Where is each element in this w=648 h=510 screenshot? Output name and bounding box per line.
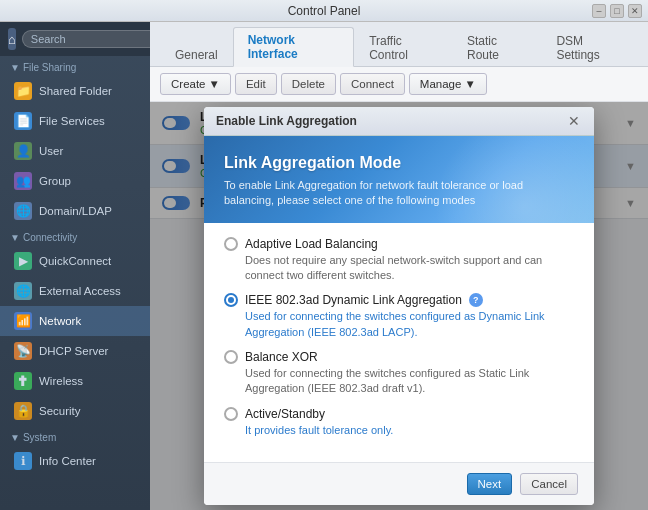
radio-option-xor: Balance XOR Used for connecting the swit…	[224, 350, 574, 397]
dialog-banner-title: Link Aggregation Mode	[224, 154, 574, 172]
overlay: Enable Link Aggregation ✕ Link Aggregati…	[150, 102, 648, 510]
next-button[interactable]: Next	[467, 473, 513, 495]
radio-label-adaptive[interactable]: Adaptive Load Balancing	[224, 237, 574, 251]
chevron-down-icon: ▼	[10, 432, 20, 443]
external-icon: 🌐	[14, 282, 32, 300]
radio-label-xor[interactable]: Balance XOR	[224, 350, 574, 364]
dialog-banner-desc: To enable Link Aggregation for network f…	[224, 178, 524, 209]
maximize-button[interactable]: □	[610, 4, 624, 18]
sidebar-item-domain-ldap[interactable]: 🌐 Domain/LDAP	[0, 196, 150, 226]
edit-button[interactable]: Edit	[235, 73, 277, 95]
titlebar: Control Panel – □ ✕	[0, 0, 648, 22]
chevron-down-icon: ▼	[10, 62, 20, 73]
dialog-footer: Next Cancel	[204, 462, 594, 505]
dialog-body: Adaptive Load Balancing Does not require…	[204, 223, 594, 463]
connect-button[interactable]: Connect	[340, 73, 405, 95]
sidebar-item-security[interactable]: 🔒 Security	[0, 396, 150, 426]
folder-icon: 📁	[14, 82, 32, 100]
sidebar-header: ⌂	[0, 22, 150, 56]
radio-option-ieee: IEEE 802.3ad Dynamic Link Aggregation ? …	[224, 293, 574, 340]
titlebar-controls: – □ ✕	[592, 4, 642, 18]
radio-option-standby: Active/Standby It provides fault toleran…	[224, 407, 574, 438]
tab-static-route[interactable]: Static Route	[452, 28, 541, 67]
dialog-banner: Link Aggregation Mode To enable Link Agg…	[204, 136, 594, 223]
radio-xor[interactable]	[224, 350, 238, 364]
sidebar-item-info-center[interactable]: ℹ Info Center	[0, 446, 150, 476]
delete-button[interactable]: Delete	[281, 73, 336, 95]
radio-desc-xor: Used for connecting the switches configu…	[245, 366, 574, 397]
section-file-sharing[interactable]: ▼ File Sharing	[0, 56, 150, 76]
dialog-close-button[interactable]: ✕	[566, 113, 582, 129]
dropdown-arrow-icon: ▼	[464, 78, 475, 90]
tab-general[interactable]: General	[160, 42, 233, 67]
info-icon: ℹ	[14, 452, 32, 470]
sidebar-item-shared-folder[interactable]: 📁 Shared Folder	[0, 76, 150, 106]
link-aggregation-dialog: Enable Link Aggregation ✕ Link Aggregati…	[204, 107, 594, 506]
tab-bar: General Network Interface Traffic Contro…	[150, 22, 648, 67]
tab-dsm-settings[interactable]: DSM Settings	[541, 28, 638, 67]
dhcp-icon: 📡	[14, 342, 32, 360]
manage-button[interactable]: Manage ▼	[409, 73, 487, 95]
domain-icon: 🌐	[14, 202, 32, 220]
quickconnect-icon: ▶	[14, 252, 32, 270]
network-icon: 📶	[14, 312, 32, 330]
sidebar-item-dhcp-server[interactable]: 📡 DHCP Server	[0, 336, 150, 366]
toolbar: Create ▼ Edit Delete Connect Manage ▼	[150, 67, 648, 102]
close-button[interactable]: ✕	[628, 4, 642, 18]
user-icon: 👤	[14, 142, 32, 160]
radio-adaptive[interactable]	[224, 237, 238, 251]
sidebar-item-quickconnect[interactable]: ▶ QuickConnect	[0, 246, 150, 276]
tab-network-interface[interactable]: Network Interface	[233, 27, 354, 67]
minimize-button[interactable]: –	[592, 4, 606, 18]
wireless-icon: 🕇	[14, 372, 32, 390]
sidebar-item-file-services[interactable]: 📄 File Services	[0, 106, 150, 136]
section-connectivity[interactable]: ▼ Connectivity	[0, 226, 150, 246]
dialog-titlebar: Enable Link Aggregation ✕	[204, 107, 594, 136]
sidebar: ⌂ ▼ File Sharing 📁 Shared Folder 📄 File …	[0, 22, 150, 510]
radio-ieee[interactable]	[224, 293, 238, 307]
radio-desc-ieee: Used for connecting the switches configu…	[245, 309, 574, 340]
dialog-title: Enable Link Aggregation	[216, 114, 357, 128]
sidebar-item-network[interactable]: 📶 Network	[0, 306, 150, 336]
group-icon: 👥	[14, 172, 32, 190]
create-button[interactable]: Create ▼	[160, 73, 231, 95]
radio-desc-standby: It provides fault tolerance only.	[245, 423, 574, 438]
sidebar-item-external-access[interactable]: 🌐 External Access	[0, 276, 150, 306]
security-icon: 🔒	[14, 402, 32, 420]
titlebar-title: Control Panel	[288, 4, 361, 18]
sidebar-item-wireless[interactable]: 🕇 Wireless	[0, 366, 150, 396]
content-area: General Network Interface Traffic Contro…	[150, 22, 648, 510]
help-icon[interactable]: ?	[469, 293, 483, 307]
section-system[interactable]: ▼ System	[0, 426, 150, 446]
cancel-button[interactable]: Cancel	[520, 473, 578, 495]
sidebar-item-group[interactable]: 👥 Group	[0, 166, 150, 196]
radio-desc-adaptive: Does not require any special network-swi…	[245, 253, 574, 284]
home-icon[interactable]: ⌂	[8, 28, 16, 50]
content-wrapper: LAN 1 Connected ▼ LAN 2 Connected ▼	[150, 102, 648, 510]
sidebar-item-user[interactable]: 👤 User	[0, 136, 150, 166]
radio-label-standby[interactable]: Active/Standby	[224, 407, 574, 421]
dropdown-arrow-icon: ▼	[209, 78, 220, 90]
chevron-down-icon: ▼	[10, 232, 20, 243]
file-icon: 📄	[14, 112, 32, 130]
radio-standby[interactable]	[224, 407, 238, 421]
radio-option-adaptive: Adaptive Load Balancing Does not require…	[224, 237, 574, 284]
tab-traffic-control[interactable]: Traffic Control	[354, 28, 452, 67]
radio-label-ieee[interactable]: IEEE 802.3ad Dynamic Link Aggregation ?	[224, 293, 574, 307]
